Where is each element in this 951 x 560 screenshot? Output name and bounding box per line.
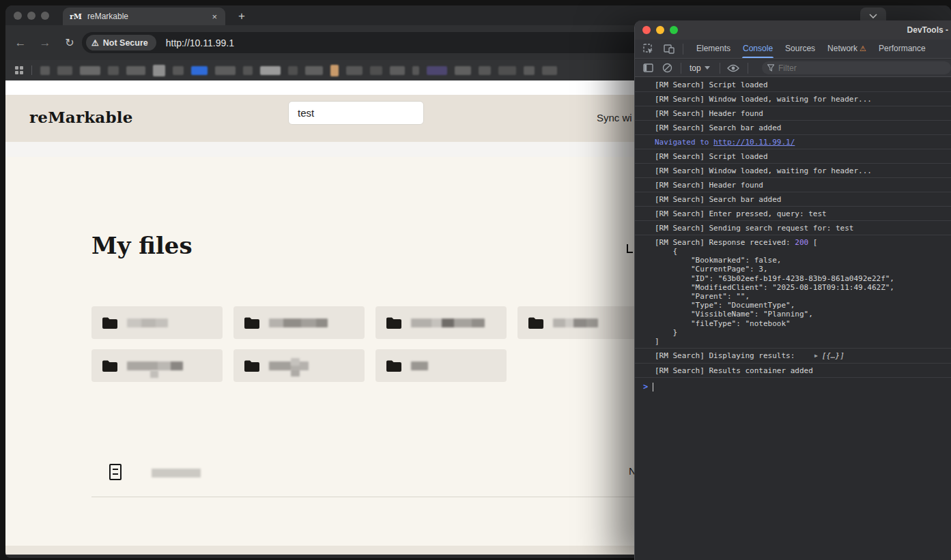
folder-tile[interactable]	[233, 306, 365, 339]
response-prefix: [RM Search] Response received:	[655, 238, 795, 247]
redacted-folder-name	[291, 369, 300, 377]
bookmark-item[interactable]	[153, 65, 165, 76]
bookmark-item[interactable]	[305, 66, 323, 75]
filter-input[interactable]	[778, 63, 946, 73]
folder-tile[interactable]	[91, 306, 223, 339]
url-text[interactable]: http://10.11.99.1	[166, 38, 234, 48]
redacted-folder-name	[127, 362, 183, 370]
tab-elements[interactable]: Elements	[690, 40, 737, 58]
bookmark-item[interactable]	[346, 66, 363, 75]
security-chip[interactable]: ⚠ Not Secure	[86, 35, 156, 50]
search-input[interactable]	[288, 101, 424, 125]
bookmark-item[interactable]	[524, 66, 535, 75]
devtools-zoom-button[interactable]	[670, 26, 678, 34]
device-toolbar-icon[interactable]	[664, 44, 675, 54]
view-toggle-icon[interactable]	[627, 244, 633, 253]
folder-icon	[386, 316, 402, 329]
bookmark-item[interactable]	[215, 66, 236, 75]
bookmark-item[interactable]	[427, 66, 447, 75]
reload-button[interactable]: ↻	[60, 36, 79, 49]
chevron-down-icon	[869, 14, 877, 19]
redacted-folder-name	[127, 319, 168, 327]
console-prompt[interactable]: >	[635, 378, 951, 395]
bookmark-item[interactable]	[173, 66, 184, 75]
folder-tile[interactable]	[375, 306, 507, 339]
bookmark-item[interactable]	[260, 66, 281, 75]
bookmark-item[interactable]	[288, 66, 298, 75]
clear-console-icon[interactable]	[662, 63, 672, 73]
object-preview[interactable]: [{…}]	[822, 351, 844, 360]
new-tab-button[interactable]: +	[233, 9, 250, 25]
close-window-button[interactable]	[14, 12, 22, 20]
notebook-icon	[109, 464, 122, 480]
console-message: [RM Search] Window loaded, waiting for h…	[635, 164, 951, 178]
console-toolbar: top	[635, 59, 951, 77]
bookmark-item[interactable]	[412, 66, 419, 75]
console-filter[interactable]	[762, 61, 951, 74]
window-controls	[14, 12, 49, 20]
folder-icon	[386, 359, 402, 372]
devtools-minimize-button[interactable]	[656, 26, 664, 34]
tab-sources[interactable]: Sources	[779, 40, 821, 58]
console-log: [RM Search] Script loaded [RM Search] Wi…	[635, 78, 951, 560]
tab-network[interactable]: Network⚠	[821, 40, 872, 58]
bookmark-item[interactable]	[191, 66, 208, 75]
toolbar-divider	[720, 63, 720, 74]
bookmark-item[interactable]	[57, 66, 72, 75]
devtools-tab-bar: Elements Console Sources Network⚠ Perfor…	[635, 40, 951, 59]
bookmark-item[interactable]	[80, 66, 100, 75]
redacted-folder-name	[269, 362, 309, 370]
bookmark-item[interactable]	[330, 65, 339, 76]
console-message: [RM Search] Sending search request for: …	[635, 221, 951, 235]
browser-tab-remarkable[interactable]: rM reMarkable ×	[63, 8, 225, 25]
bookmark-item[interactable]	[243, 66, 253, 75]
displaying-results-label: [RM Search] Displaying results:	[655, 351, 799, 360]
folder-tile[interactable]	[517, 306, 649, 339]
folder-icon	[102, 359, 118, 372]
inspect-element-icon[interactable]	[643, 44, 654, 55]
bookmark-item[interactable]	[40, 66, 50, 75]
back-button[interactable]: ←	[11, 36, 30, 50]
expand-triangle-icon[interactable]: ▶	[814, 351, 818, 360]
bookmark-item[interactable]	[370, 66, 382, 75]
console-sidebar-icon[interactable]	[643, 63, 653, 72]
remarkable-logo: reMarkable	[29, 108, 133, 126]
tab-close-icon[interactable]: ×	[210, 12, 218, 22]
eye-icon[interactable]	[727, 64, 739, 72]
navigation-link[interactable]: http://10.11.99.1/	[713, 138, 795, 147]
funnel-icon	[767, 64, 774, 72]
tab-console[interactable]: Console	[737, 40, 779, 58]
console-message: [RM Search] Results container added	[635, 364, 951, 378]
tab-performance[interactable]: Performance	[872, 40, 932, 58]
bookmark-item[interactable]	[542, 66, 557, 75]
folder-icon	[244, 359, 260, 372]
zoom-window-button[interactable]	[41, 12, 49, 20]
devtools-window-controls	[642, 26, 678, 34]
tab-network-label: Network	[827, 44, 857, 53]
folder-tile[interactable]	[233, 349, 365, 382]
network-warning-icon: ⚠	[860, 44, 866, 53]
redacted-folder-name	[411, 319, 485, 327]
bookmark-item[interactable]	[126, 66, 145, 75]
minimize-window-button[interactable]	[27, 12, 36, 20]
screen: rM reMarkable × + ← → ↻ ⚠ Not Secure htt…	[0, 0, 951, 560]
devtools-close-button[interactable]	[642, 26, 651, 34]
bookmark-item[interactable]	[390, 66, 405, 75]
devtools-window-title: DevTools -	[907, 25, 948, 35]
bookmark-item[interactable]	[108, 66, 119, 75]
folder-tile[interactable]	[91, 349, 223, 382]
console-navigation-message: Navigated to http://10.11.99.1/	[635, 135, 951, 149]
bookmarks-divider	[31, 65, 32, 75]
response-status-code: 200	[795, 238, 808, 247]
prompt-chevron-icon: >	[643, 382, 648, 392]
folder-tile[interactable]	[375, 349, 507, 382]
bookmark-item[interactable]	[498, 66, 516, 75]
bookmark-item[interactable]	[455, 66, 471, 75]
apps-grid-icon[interactable]	[15, 66, 23, 74]
forward-button[interactable]: →	[36, 36, 55, 50]
console-response-message: [RM Search] Response received: 200 [ { "…	[635, 235, 951, 349]
context-selector[interactable]: top	[690, 63, 710, 73]
bookmark-item[interactable]	[479, 66, 491, 75]
console-displaying-results-message: [RM Search] Displaying results: ▶[{…}]	[635, 349, 951, 364]
console-message: [RM Search] Search bar added	[635, 121, 951, 135]
